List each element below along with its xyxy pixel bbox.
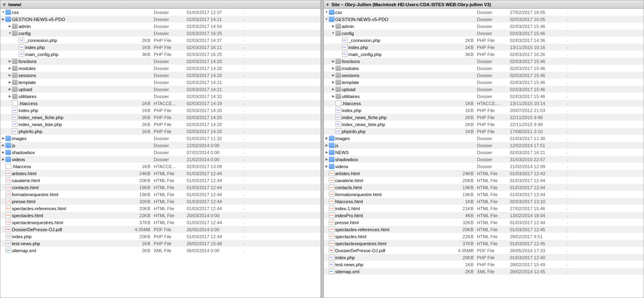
list-item[interactable]: adminDossier02/03/2017 14:54- xyxy=(0,23,321,30)
list-item[interactable]: sitemap.xml2KBXML File06/03/2014 0:00- xyxy=(0,247,321,254)
list-item[interactable]: main_config.php3KBPHP File02/03/2017 16:… xyxy=(324,51,644,58)
list-item[interactable]: fonctionsDossier02/03/2017 14:20- xyxy=(0,58,321,65)
list-item[interactable]: presse.html32KBHTML File01/03/2017 12:44… xyxy=(0,198,321,205)
list-item[interactable]: formationequestre.html19KBHTML File01/03… xyxy=(0,191,321,198)
expand-icon[interactable] xyxy=(1,157,5,162)
list-item[interactable]: DossierDePresse-OJ.pdf4.05MBPDF File26/0… xyxy=(324,247,644,254)
list-item[interactable]: index.php1KBPHP File20/07/2012 21:03- xyxy=(324,107,644,114)
list-item[interactable]: index-1.html21KBHTML File27/02/2017 15:4… xyxy=(324,205,644,212)
expand-icon[interactable] xyxy=(8,31,12,35)
list-item[interactable]: test-news.php1KBPHP File28/02/2017 15:49… xyxy=(324,261,644,268)
list-item[interactable]: imagesDossier01/03/2017 11:32- xyxy=(0,135,321,142)
list-item[interactable]: shadowboxDossier07/02/2014 0:00- xyxy=(0,149,321,156)
expand-icon[interactable] xyxy=(325,150,329,155)
list-item[interactable]: artistes.html24KBHTML File01/03/2017 12:… xyxy=(0,170,321,177)
list-item[interactable]: configDossier02/03/2017 16:25- xyxy=(0,30,321,37)
expand-icon[interactable] xyxy=(1,143,5,148)
expand-icon[interactable] xyxy=(331,24,335,28)
list-item[interactable]: _connexion.php2KBPHP File02/03/2017 14:3… xyxy=(0,37,321,44)
expand-icon[interactable] xyxy=(8,66,12,70)
list-item[interactable]: templateDossier02/03/2017 14:21- xyxy=(0,79,321,86)
list-item[interactable]: _connexion.php2KBPHP File02/03/2017 14:3… xyxy=(324,37,644,44)
expand-icon[interactable] xyxy=(331,66,335,70)
list-item[interactable]: index_news_liste.php2KBPHP File02/03/201… xyxy=(0,121,321,128)
expand-icon[interactable] xyxy=(331,87,335,92)
list-item[interactable]: index.php20KBPHP File01/03/2017 12:40- xyxy=(324,254,644,261)
list-item[interactable]: fonctionsDossier02/03/2017 15:46- xyxy=(324,58,644,65)
expand-icon[interactable] xyxy=(325,136,329,141)
list-item[interactable]: phpinfo.php1KBPHP File17/08/2011 3:10- xyxy=(324,128,644,135)
list-item[interactable]: uploadDossier02/03/2017 15:46- xyxy=(324,86,644,93)
list-item[interactable]: .htaccess1KBHTACCE...02/03/2017 13:09- xyxy=(0,163,321,170)
list-item[interactable]: modulesDossier02/03/2017 15:46- xyxy=(324,65,644,72)
list-item[interactable]: index_news_fiche.php2KBPHP File02/03/201… xyxy=(0,114,321,121)
list-item[interactable]: modulesDossier02/03/2017 14:20- xyxy=(0,65,321,72)
expand-icon[interactable] xyxy=(1,150,5,155)
list-item[interactable]: index.php1KBPHP File13/11/2015 10:16- xyxy=(324,44,644,51)
list-item[interactable]: cssDossier01/03/2017 12:37- xyxy=(0,9,321,16)
list-item[interactable]: sitemap.xml2KBXML File28/02/2014 12:45- xyxy=(324,268,644,275)
expand-icon[interactable] xyxy=(8,94,12,99)
list-item[interactable]: .htaccess1KBHTACCE...02/03/2017 14:19- xyxy=(0,100,321,107)
list-item[interactable]: sessionsDossier02/03/2017 15:46- xyxy=(324,72,644,79)
list-item[interactable]: .htaccess1KBHTACCE...13/11/2015 10:14- xyxy=(324,100,644,107)
list-item[interactable]: sessionsDossier02/03/2017 14:20- xyxy=(0,72,321,79)
expand-icon[interactable] xyxy=(1,136,5,141)
list-item[interactable]: videosDossier21/02/2014 12:09- xyxy=(324,163,644,170)
list-item[interactable]: adminDossier02/03/2017 15:46- xyxy=(324,23,644,30)
expand-icon[interactable] xyxy=(1,10,5,14)
list-item[interactable]: spectacles-references.html20KBHTML File0… xyxy=(0,205,321,212)
list-item[interactable]: index.php20KBPHP File01/03/2017 12:44- xyxy=(0,233,321,240)
expand-icon[interactable] xyxy=(8,80,12,84)
list-item[interactable]: videosDossier21/02/2014 0:00- xyxy=(0,156,321,163)
expand-icon[interactable] xyxy=(331,73,335,77)
expand-icon[interactable] xyxy=(331,31,335,35)
list-item[interactable]: GESTION-NEWS-v5-PDODossier02/03/2017 14:… xyxy=(0,16,321,23)
list-item[interactable]: spectacles.html22KBHTML File20/03/2014 0… xyxy=(0,212,321,219)
list-item[interactable]: imagesDossier01/03/2017 11:30- xyxy=(324,135,644,142)
expand-icon[interactable] xyxy=(331,94,335,99)
list-item[interactable]: cavalerie.html20KBHTML File01/03/2017 12… xyxy=(324,177,644,184)
list-item[interactable]: cssDossier27/02/2017 16:05- xyxy=(324,9,644,16)
expand-icon[interactable] xyxy=(331,80,335,84)
expand-icon[interactable] xyxy=(8,24,12,28)
list-item[interactable]: GESTION-NEWS-v5-PDODossier02/03/2017 16:… xyxy=(324,16,644,23)
list-item[interactable]: utilitairesDossier02/03/2017 14:32- xyxy=(0,93,321,100)
list-item[interactable]: spectacles-references.html20KBHTML File0… xyxy=(324,226,644,233)
list-item[interactable]: main_config.php3KBPHP File02/03/2017 16:… xyxy=(0,51,321,58)
list-item[interactable]: formationequestre.html19KBHTML File01/03… xyxy=(324,191,644,198)
list-item[interactable]: htaccess.html1KBHTML File02/03/2017 13:1… xyxy=(324,198,644,205)
list-item[interactable]: configDossier02/03/2017 15:46- xyxy=(324,30,644,37)
list-item[interactable]: templateDossier02/03/2017 15:46- xyxy=(324,79,644,86)
expand-icon[interactable] xyxy=(325,10,329,14)
list-item[interactable]: jsDossier12/02/2014 0:00- xyxy=(0,142,321,149)
list-item[interactable]: index.php1KBPHP File02/03/2017 16:11- xyxy=(0,44,321,51)
list-item[interactable]: spectaclesequestres.html37KBHTML File01/… xyxy=(324,240,644,247)
expand-icon[interactable] xyxy=(8,59,12,63)
expand-icon[interactable] xyxy=(325,143,329,148)
expand-icon[interactable] xyxy=(8,73,12,77)
expand-icon[interactable] xyxy=(325,17,329,21)
list-item[interactable]: jsDossier12/02/2014 17:51- xyxy=(324,142,644,149)
list-item[interactable]: NEWSDossier02/03/2017 16:21- xyxy=(324,149,644,156)
expand-icon[interactable] xyxy=(325,164,329,169)
list-item[interactable]: uploadDossier02/03/2017 14:21- xyxy=(0,86,321,93)
list-item[interactable]: contacts.html19KBHTML File01/03/2017 12:… xyxy=(0,184,321,191)
list-item[interactable]: presse.html32KBHTML File01/03/2017 12:44… xyxy=(324,219,644,226)
list-item[interactable]: spectacles.html22KBHTML File28/02/2017 9… xyxy=(324,233,644,240)
list-item[interactable]: index.php1KBPHP File02/03/2017 14:20- xyxy=(0,107,321,114)
list-item[interactable]: contacts.html19KBHTML File01/03/2017 12:… xyxy=(324,184,644,191)
list-item[interactable]: cavalerie.html20KBHTML File01/03/2017 12… xyxy=(0,177,321,184)
list-item[interactable]: index_news_liste.php2KBPHP File22/11/201… xyxy=(324,121,644,128)
list-item[interactable]: indexPro.html4KBHTML File13/02/2014 18:0… xyxy=(324,212,644,219)
list-item[interactable]: spectaclesequestres.html37KBHTML File01/… xyxy=(0,219,321,226)
expand-icon[interactable] xyxy=(1,17,5,21)
expand-icon[interactable] xyxy=(8,87,12,92)
expand-icon[interactable] xyxy=(325,157,329,162)
list-item[interactable]: utilitairesDossier02/03/2017 15:46- xyxy=(324,93,644,100)
expand-icon[interactable] xyxy=(331,59,335,63)
list-item[interactable]: artistes.html24KBHTML File01/03/2017 12:… xyxy=(324,170,644,177)
list-item[interactable]: DossierDePresse-OJ.pdf4.05MBPDF File26/0… xyxy=(0,226,321,233)
list-item[interactable]: index_news_fiche.php2KBPHP File22/11/201… xyxy=(324,114,644,121)
list-item[interactable]: phpinfo.php1KBPHP File02/03/2017 14:20- xyxy=(0,128,321,135)
